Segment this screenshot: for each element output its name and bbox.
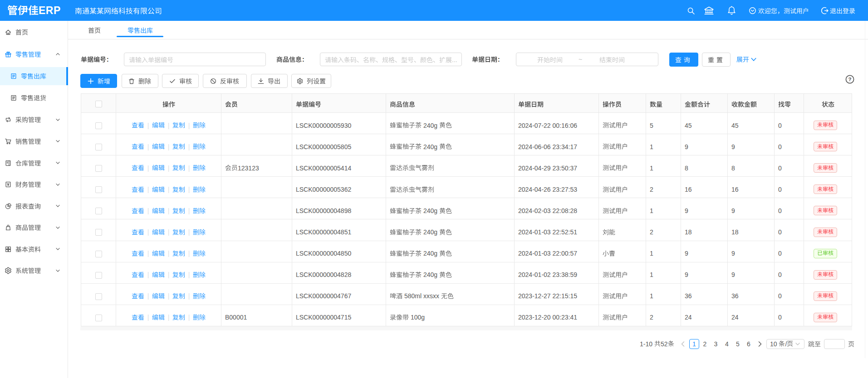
svg-text:?: ? (848, 77, 851, 82)
